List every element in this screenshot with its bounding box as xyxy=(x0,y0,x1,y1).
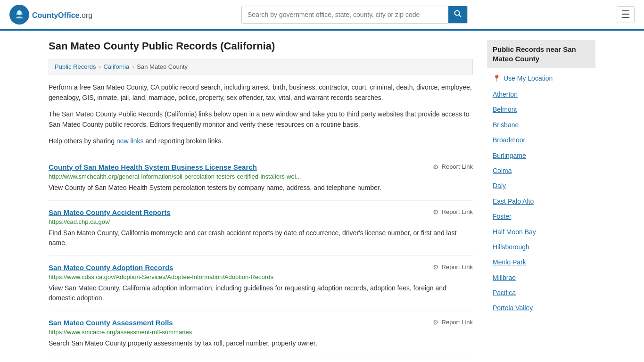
record-url-0[interactable]: http://www.smchealth.org/general-informa… xyxy=(49,173,473,180)
sidebar-link-foster[interactable]: Foster xyxy=(487,209,595,224)
sidebar-link-millbrae[interactable]: Millbrae xyxy=(487,270,595,285)
report-label-0: Report Link xyxy=(442,163,473,170)
report-link-1[interactable]: ⚙ Report Link xyxy=(433,208,473,216)
use-my-location-link[interactable]: 📍 Use My Location xyxy=(487,73,595,87)
breadcrumb-current: San Mateo County xyxy=(137,63,188,70)
sidebar-link-menlo-park[interactable]: Menlo Park xyxy=(487,255,595,270)
breadcrumb-public-records[interactable]: Public Records xyxy=(55,63,96,70)
sidebar-link-portola-valley[interactable]: Portola Valley xyxy=(487,300,595,315)
menu-button[interactable]: ☰ xyxy=(617,6,635,23)
new-links-link[interactable]: new links xyxy=(116,137,144,145)
sidebar-link-belmont[interactable]: Belmont xyxy=(487,102,595,117)
search-button[interactable] xyxy=(448,6,467,23)
record-title-2[interactable]: San Mateo County Adoption Records xyxy=(49,263,173,272)
breadcrumb: Public Records › California › San Mateo … xyxy=(49,59,473,74)
record-entry: San Mateo County Assessment Rolls ⚙ Repo… xyxy=(49,311,473,356)
records-list: County of San Mateo Health System Busine… xyxy=(49,156,473,356)
report-icon-3: ⚙ xyxy=(433,319,439,326)
breadcrumb-california[interactable]: California xyxy=(103,63,129,70)
report-link-2[interactable]: ⚙ Report Link xyxy=(433,263,473,271)
breadcrumb-sep-1: › xyxy=(99,64,100,70)
record-desc-3: Search San Mateo County property assessm… xyxy=(49,338,473,348)
report-label-1: Report Link xyxy=(442,208,473,215)
content-area: San Mateo County Public Records (Califor… xyxy=(49,40,473,356)
header-right: ☰ xyxy=(617,6,635,23)
intro-paragraph-2: The San Mateo County Public Records (Cal… xyxy=(49,109,473,130)
record-url-3[interactable]: https://www.smcacre.org/assessment-roll-… xyxy=(49,329,473,336)
page-title: San Mateo County Public Records (Califor… xyxy=(49,40,473,52)
breadcrumb-sep-2: › xyxy=(132,64,134,70)
svg-line-5 xyxy=(459,15,462,17)
sidebar-links-list: AthertonBelmontBrisbaneBroadmoorBurlinga… xyxy=(487,87,595,316)
site-header: CountyOffice.org ☰ xyxy=(0,0,644,31)
record-desc-2: View San Mateo County, California adopti… xyxy=(49,283,473,303)
logo-name: CountyOffice xyxy=(32,11,79,19)
sidebar-link-colma[interactable]: Colma xyxy=(487,163,595,178)
help-paragraph: Help others by sharing new links and rep… xyxy=(49,136,473,146)
report-icon-1: ⚙ xyxy=(433,208,439,216)
report-label-3: Report Link xyxy=(442,319,473,326)
help-post-text: and reporting broken links. xyxy=(144,137,223,145)
sidebar-link-daly[interactable]: Daly xyxy=(487,178,595,193)
sidebar-link-brisbane[interactable]: Brisbane xyxy=(487,117,595,132)
report-link-3[interactable]: ⚙ Report Link xyxy=(433,319,473,326)
use-my-location-label: Use My Location xyxy=(504,74,553,82)
logo-icon xyxy=(9,5,29,25)
record-title-3[interactable]: San Mateo County Assessment Rolls xyxy=(49,319,173,327)
search-bar xyxy=(241,6,468,24)
svg-point-4 xyxy=(455,11,460,16)
record-header-2: San Mateo County Adoption Records ⚙ Repo… xyxy=(49,263,473,272)
sidebar-link-broadmoor[interactable]: Broadmoor xyxy=(487,132,595,148)
sidebar-link-burlingame[interactable]: Burlingame xyxy=(487,148,595,163)
record-entry: San Mateo County Accident Reports ⚙ Repo… xyxy=(49,201,473,256)
record-desc-0: View County of San Mateo Health System p… xyxy=(49,183,473,193)
help-pre-text: Help others by sharing xyxy=(49,137,116,145)
record-url-2[interactable]: https://www.cdss.ca.gov/Adoption-Service… xyxy=(49,273,473,280)
location-icon: 📍 xyxy=(493,74,501,82)
report-link-0[interactable]: ⚙ Report Link xyxy=(433,163,473,171)
record-url-1[interactable]: https://cad.chp.ca.gov/ xyxy=(49,218,473,225)
search-input[interactable] xyxy=(242,7,448,22)
logo-suffix: .org xyxy=(79,11,92,19)
record-header-3: San Mateo County Assessment Rolls ⚙ Repo… xyxy=(49,319,473,327)
report-icon-2: ⚙ xyxy=(433,263,439,271)
record-desc-1: Find San Mateo County, California motorc… xyxy=(49,228,473,248)
logo-area[interactable]: CountyOffice.org xyxy=(9,5,92,25)
report-icon-0: ⚙ xyxy=(433,163,439,171)
sidebar-link-hillsborough[interactable]: Hillsborough xyxy=(487,239,595,255)
record-entry: County of San Mateo Health System Busine… xyxy=(49,156,473,201)
sidebar-link-atherton[interactable]: Atherton xyxy=(487,87,595,102)
svg-point-3 xyxy=(21,13,23,15)
logo-text: CountyOffice.org xyxy=(32,9,92,20)
report-label-2: Report Link xyxy=(442,263,473,271)
intro-paragraph-1: Perform a free San Mateo County, CA publ… xyxy=(49,82,473,103)
sidebar-link-half-moon-bay[interactable]: Half Moon Bay xyxy=(487,224,595,239)
record-header-0: County of San Mateo Health System Busine… xyxy=(49,163,473,171)
record-title-0[interactable]: County of San Mateo Health System Busine… xyxy=(49,163,257,171)
record-entry: San Mateo County Adoption Records ⚙ Repo… xyxy=(49,256,473,311)
sidebar-link-pacifica[interactable]: Pacifica xyxy=(487,285,595,300)
sidebar-link-east-palo-alto[interactable]: East Palo Alto xyxy=(487,194,595,209)
sidebar: Public Records near San Mateo County 📍 U… xyxy=(487,40,595,356)
main-content: San Mateo County Public Records (Califor… xyxy=(39,31,605,362)
record-title-1[interactable]: San Mateo County Accident Reports xyxy=(49,208,171,216)
record-header-1: San Mateo County Accident Reports ⚙ Repo… xyxy=(49,208,473,216)
svg-point-2 xyxy=(16,13,18,15)
sidebar-header: Public Records near San Mateo County xyxy=(487,40,595,68)
